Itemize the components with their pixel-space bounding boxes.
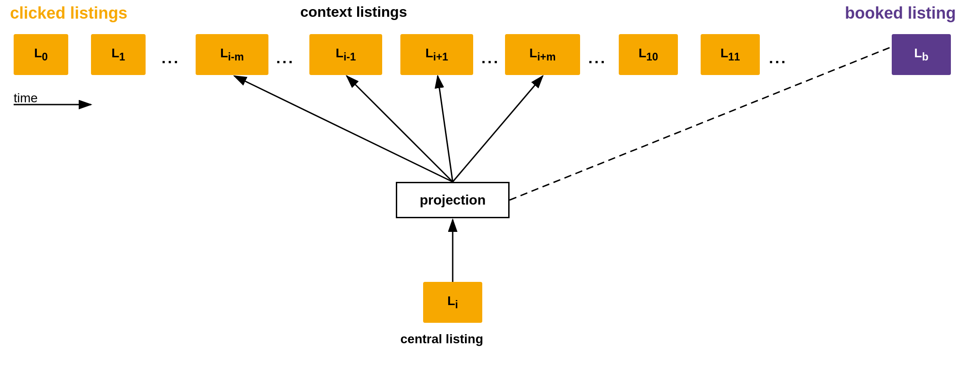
dots-1: ... [162, 49, 180, 67]
dots-3: ... [481, 49, 500, 67]
listing-L11: L11 [701, 34, 760, 75]
projection-box: projection [396, 182, 510, 218]
listing-L0: L0 [14, 34, 68, 75]
dots-2: ... [276, 49, 294, 67]
booked-listing-label: booked listing [845, 4, 956, 23]
svg-line-3 [347, 76, 453, 182]
dots-5: ... [769, 49, 787, 67]
svg-line-2 [234, 76, 453, 182]
listing-L1: L1 [91, 34, 146, 75]
clicked-listings-label: clicked listings [10, 4, 127, 23]
listing-Li-m: Li-m [196, 34, 268, 75]
context-listings-label: context listings [300, 4, 407, 20]
listing-Li+1: Li+1 [400, 34, 473, 75]
listing-Li-1: Li-1 [309, 34, 382, 75]
listing-Li+m: Li+m [505, 34, 580, 75]
listing-L10: L10 [619, 34, 678, 75]
dots-4: ... [588, 49, 606, 67]
time-label: time [14, 91, 38, 105]
svg-line-4 [438, 76, 453, 182]
listing-Li: Li [423, 282, 482, 323]
central-listing-label: central listing [400, 332, 483, 346]
svg-line-5 [453, 76, 543, 182]
listing-Lb: Lb [892, 34, 951, 75]
